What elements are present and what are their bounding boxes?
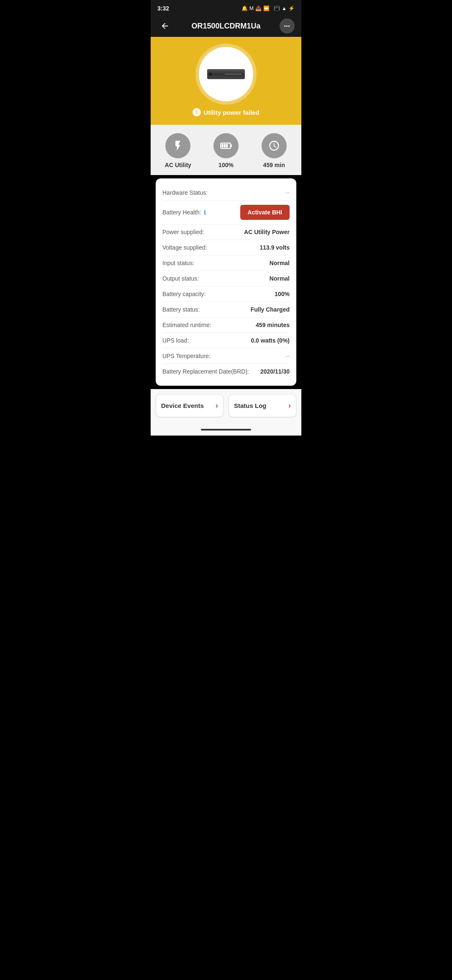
home-indicator [151,426,301,436]
stat-runtime: 459 min [250,133,298,168]
bolt-icon-circle [165,133,190,158]
battery-replacement-date-value: 2020/11/30 [260,368,290,375]
hardware-status-label: Hardware Status: [162,189,208,196]
info-row-input-status: Input status: Normal [162,255,290,271]
status-icons: 🔔 M 📥 ⏩ 📳 ▲ ⚡ [241,5,295,11]
alert-icon: ! [193,108,201,116]
email-icon: M [249,5,254,11]
info-row-output-status: Output status: Normal [162,271,290,286]
vibrate-icon: 📳 [274,5,280,11]
battery-health-label-group: Battery Health: ℹ [162,209,206,216]
info-circle-icon[interactable]: ℹ [204,209,206,216]
stat-battery-label: 100% [218,162,234,168]
clock-icon-circle [262,133,287,158]
device-events-button[interactable]: Device Events › [156,394,223,417]
info-row-ups-load: UPS load: 0.0 watts (0%) [162,333,290,348]
svg-rect-2 [221,144,223,148]
ups-load-value: 0.0 watts (0%) [251,337,290,344]
svg-rect-4 [226,144,228,148]
battery-status-label: Battery status: [162,306,200,313]
battery-replacement-date-label: Battery Replacement Date(BRD): [162,368,249,375]
ups-temperature-value: -- [286,353,290,359]
battery-capacity-label: Battery capacity: [162,291,206,297]
info-row-power-supplied: Power supplied: AC Utility Power [162,224,290,240]
output-status-label: Output status: [162,275,199,282]
battery-icon: ⚡ [288,5,295,11]
estimated-runtime-value: 459 minutes [256,322,290,328]
hardware-status-value: -- [286,189,290,196]
alert-message: ! Utility power failed [193,108,259,116]
stats-row: AC Utility 100% 459 min [151,125,301,175]
page-title: OR1500LCDRM1Ua [172,22,280,31]
status-log-button[interactable]: Status Log › [229,394,296,417]
device-events-label: Device Events [161,402,204,409]
bottom-buttons: Device Events › Status Log › [151,389,301,426]
play-icon: ⏩ [263,5,270,11]
device-image-container [199,47,253,101]
activate-bhi-button[interactable]: Activate BHI [240,205,290,220]
stat-ac-utility: AC Utility [154,133,202,168]
ups-temperature-label: UPS Temperature: [162,353,211,359]
info-row-voltage-supplied: Voltage supplied: 113.9 volts [162,240,290,255]
device-events-arrow-icon: › [216,401,218,410]
battery-health-label: Battery Health: [162,209,201,216]
status-log-arrow-icon: › [288,401,291,410]
nav-bar: OR1500LCDRM1Ua ••• [151,15,301,37]
status-time: 3:32 [157,5,169,12]
more-options-button[interactable]: ••• [280,18,295,34]
input-status-value: Normal [270,260,290,266]
notification-icon: 🔔 [241,5,248,11]
download-icon: 📥 [255,5,262,11]
stat-battery: 100% [202,133,250,168]
ups-load-label: UPS load: [162,337,189,344]
power-supplied-label: Power supplied: [162,229,204,235]
status-bar: 3:32 🔔 M 📥 ⏩ 📳 ▲ ⚡ [151,0,301,15]
input-status-label: Input status: [162,260,194,266]
info-row-estimated-runtime: Estimated runtime: 459 minutes [162,317,290,333]
stat-runtime-label: 459 min [263,162,285,168]
hero-section: ! Utility power failed [151,37,301,125]
info-row-battery-replacement-date: Battery Replacement Date(BRD): 2020/11/3… [162,364,290,379]
battery-status-value: Fully Charged [251,306,290,313]
home-bar [201,429,251,431]
info-card: Hardware Status: -- Battery Health: ℹ Ac… [156,178,296,386]
voltage-supplied-label: Voltage supplied: [162,244,207,251]
stat-ac-utility-label: AC Utility [165,162,191,168]
voltage-supplied-value: 113.9 volts [259,244,290,251]
alert-text-label: Utility power failed [203,109,259,116]
power-supplied-value: AC Utility Power [244,229,290,235]
info-row-battery-capacity: Battery capacity: 100% [162,286,290,302]
svg-rect-3 [224,144,226,148]
battery-icon-circle [213,133,239,158]
back-button[interactable] [157,18,172,34]
info-row-battery-status: Battery status: Fully Charged [162,302,290,317]
output-status-value: Normal [270,275,290,282]
device-image [207,69,245,79]
status-log-label: Status Log [234,402,267,409]
info-row-hardware-status: Hardware Status: -- [162,185,290,201]
info-row-battery-health: Battery Health: ℹ Activate BHI [162,201,290,224]
info-row-ups-temperature: UPS Temperature: -- [162,348,290,364]
estimated-runtime-label: Estimated runtime: [162,322,211,328]
svg-rect-1 [231,144,232,147]
wifi-icon: ▲ [282,5,287,11]
battery-capacity-value: 100% [275,291,290,297]
